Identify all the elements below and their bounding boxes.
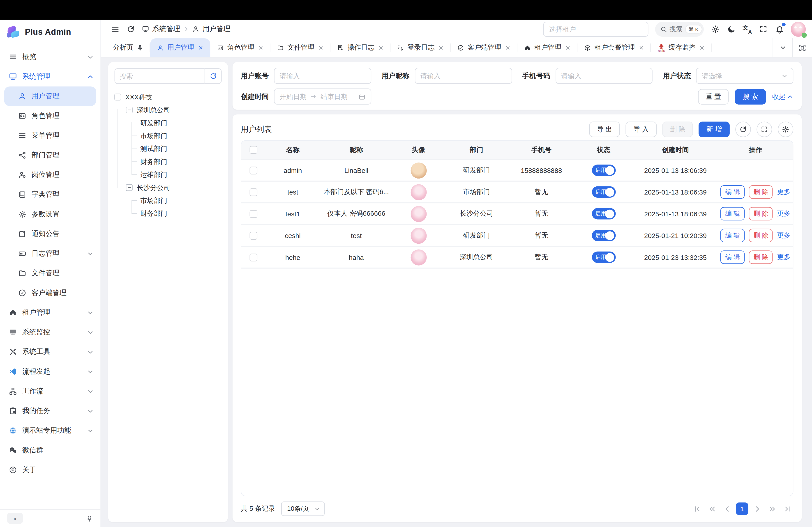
table-fullscreen-button[interactable] (756, 122, 772, 137)
tab-file-management[interactable]: 文件管理 (270, 38, 330, 57)
tree-node-finance-dept[interactable]: 财务部门 (114, 155, 221, 168)
select-all-checkbox[interactable] (249, 146, 257, 153)
notifications-button[interactable] (775, 24, 784, 34)
more-button[interactable]: 更多 (777, 253, 791, 262)
sidebar-item-about[interactable]: 关于 (0, 460, 100, 480)
fullscreen-button[interactable] (758, 24, 768, 34)
table-refresh-button[interactable] (735, 122, 751, 137)
close-icon[interactable] (505, 45, 511, 50)
tab-role-management[interactable]: 角色管理 (210, 38, 270, 57)
last-page-button[interactable] (781, 502, 793, 515)
tree-collapse-icon[interactable] (126, 107, 133, 114)
hamburger-menu-icon[interactable] (111, 25, 119, 33)
more-button[interactable]: 更多 (777, 209, 791, 219)
sidebar-item-file-management[interactable]: 文件管理 (0, 264, 100, 283)
sidebar-item-demo-features[interactable]: 演示站专用功能 (0, 421, 100, 440)
sidebar-item-department-management[interactable]: 部门管理 (0, 146, 100, 165)
tree-node-changsha-branch[interactable]: 长沙分公司 (114, 181, 221, 194)
sidebar-item-menu-management[interactable]: 菜单管理 (0, 126, 100, 146)
sidebar-item-overview[interactable]: 概览 (0, 47, 100, 67)
sidebar-item-log-management[interactable]: 日志管理 (0, 244, 100, 263)
tab-tenant-management[interactable]: 租户管理 (518, 38, 577, 57)
nickname-input[interactable] (415, 68, 512, 84)
next-page-button[interactable] (751, 502, 763, 515)
page-size-select[interactable]: 10条/页 (281, 501, 325, 516)
status-toggle[interactable]: 启用 (592, 252, 615, 263)
close-icon[interactable] (378, 45, 384, 50)
close-icon[interactable] (699, 45, 705, 50)
close-icon[interactable] (318, 45, 324, 50)
collapse-filters-button[interactable]: 收起 (772, 92, 793, 101)
tree-node-rd-dept[interactable]: 研发部门 (114, 117, 221, 130)
sidebar-item-workflow[interactable]: 工作流 (0, 381, 100, 401)
tab-list-dropdown-button[interactable] (772, 38, 792, 57)
sidebar-item-post-management[interactable]: 岗位管理 (0, 165, 100, 185)
tab-operation-log[interactable]: 操作日志 (331, 38, 390, 57)
close-icon[interactable] (438, 45, 444, 50)
prev-group-button[interactable] (706, 502, 718, 515)
sidebar-item-my-tasks[interactable]: 我的任务 (0, 401, 100, 421)
user-avatar[interactable] (791, 21, 806, 36)
language-switch-button[interactable]: 文 A (742, 24, 752, 34)
content-fullscreen-button[interactable] (792, 38, 812, 57)
edit-button[interactable]: 编 辑 (721, 251, 745, 264)
tree-node-shenzhen-hq[interactable]: 深圳总公司 (114, 104, 221, 116)
import-button[interactable]: 导 入 (626, 122, 656, 137)
search-button[interactable]: 搜 索 (735, 89, 766, 104)
more-button[interactable]: 更多 (777, 231, 791, 240)
tree-node-cs-market-dept[interactable]: 市场部门 (114, 194, 221, 207)
tab-analysis[interactable]: 分析页 (106, 38, 150, 57)
sidebar-collapse-button[interactable]: « (7, 513, 23, 524)
sidebar-item-client-management[interactable]: 客户端管理 (0, 283, 100, 303)
dark-mode-toggle[interactable] (726, 24, 736, 34)
breadcrumb-item[interactable]: 系统管理 (152, 24, 180, 34)
next-group-button[interactable] (766, 502, 778, 515)
sidebar-item-user-management[interactable]: 用户管理 (4, 86, 96, 106)
export-button[interactable]: 导 出 (589, 122, 620, 137)
tab-tenant-package-management[interactable]: 租户套餐管理 (577, 38, 651, 57)
close-icon[interactable] (639, 45, 644, 50)
sidebar-item-wechat-group[interactable]: 微信群 (0, 440, 100, 460)
sidebar-item-process-initiation[interactable]: 流程发起 (0, 362, 100, 381)
add-button[interactable]: 新 增 (699, 122, 730, 137)
tab-user-management[interactable]: 用户管理 (150, 38, 210, 57)
tree-refresh-button[interactable] (205, 68, 222, 84)
tree-node-ops-dept[interactable]: 运维部门 (114, 168, 221, 181)
current-page-button[interactable]: 1 (736, 502, 748, 515)
status-toggle[interactable]: 启用 (592, 165, 615, 176)
delete-row-button[interactable]: 删 除 (749, 251, 773, 264)
global-search-button[interactable]: 搜索 ⌘ K (655, 21, 704, 36)
sidebar-item-notice-announcement[interactable]: 通知公告 (0, 224, 100, 244)
account-input[interactable] (274, 68, 371, 84)
delete-row-button[interactable]: 删 除 (749, 229, 773, 242)
tree-node-company[interactable]: XXX科技 (114, 91, 221, 104)
more-button[interactable]: 更多 (777, 187, 791, 197)
breadcrumb-item[interactable]: 用户管理 (203, 24, 231, 34)
status-toggle[interactable]: 启用 (592, 208, 615, 220)
status-toggle[interactable]: 启用 (592, 186, 615, 198)
tenant-select-input[interactable] (543, 21, 648, 36)
status-toggle[interactable]: 启用 (592, 230, 615, 241)
sidebar-item-system-monitor[interactable]: 系统监控 (0, 322, 100, 342)
delete-row-button[interactable]: 删 除 (749, 207, 773, 221)
table-settings-button[interactable] (778, 122, 793, 137)
close-icon[interactable] (565, 45, 571, 50)
pin-icon[interactable] (137, 44, 143, 51)
tree-collapse-icon[interactable] (114, 94, 121, 101)
tab-cache-monitor[interactable]: redis 缓存监控 (651, 38, 712, 57)
edit-button[interactable]: 编 辑 (721, 229, 745, 242)
prev-page-button[interactable] (721, 502, 733, 515)
reset-button[interactable]: 重 置 (698, 89, 729, 104)
row-checkbox[interactable] (249, 253, 257, 261)
edit-button[interactable]: 编 辑 (721, 185, 745, 199)
date-range-input[interactable]: 开始日期 结束日期 (274, 89, 371, 105)
sidebar-item-role-management[interactable]: 角色管理 (0, 106, 100, 126)
tree-collapse-icon[interactable] (126, 184, 133, 191)
tab-client-management[interactable]: 客户端管理 (450, 38, 517, 57)
phone-input[interactable] (555, 68, 653, 84)
close-icon[interactable] (258, 45, 263, 50)
pin-icon[interactable] (86, 515, 93, 522)
sidebar-item-system-management[interactable]: 系统管理 (0, 67, 100, 86)
row-checkbox[interactable] (249, 231, 257, 239)
sidebar-item-tenant-management[interactable]: 租户管理 (0, 303, 100, 322)
